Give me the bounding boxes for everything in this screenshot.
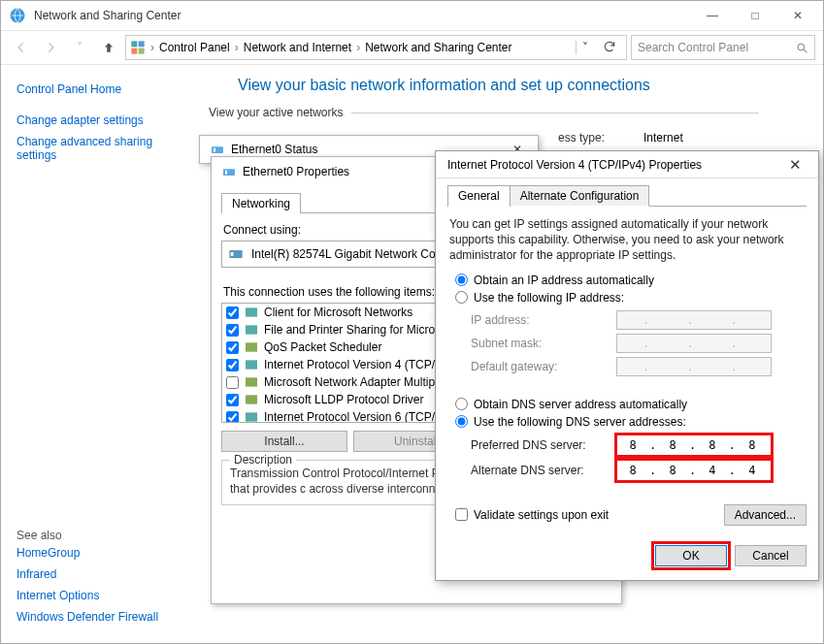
svg-rect-13 [246, 307, 257, 316]
ip-address-label: IP address: [471, 313, 616, 327]
crumb-control-panel[interactable]: Control Panel [159, 41, 230, 54]
adapter-icon [210, 142, 225, 157]
access-type-label: ess type: [558, 131, 605, 145]
svg-rect-7 [212, 146, 223, 153]
install-button[interactable]: Install... [221, 431, 347, 452]
svg-rect-18 [246, 395, 257, 403]
svg-point-5 [798, 44, 805, 50]
radio-dns-manual-label: Use the following DNS server addresses: [474, 415, 686, 429]
svg-rect-15 [246, 342, 257, 351]
gateway-field: . . . [616, 357, 772, 376]
crumb-network-sharing[interactable]: Network and Sharing Center [365, 41, 511, 54]
page-heading: View your basic network information and … [238, 77, 800, 94]
item-checkbox[interactable] [226, 359, 239, 371]
svg-rect-4 [139, 48, 145, 54]
sidebar-seealso-title: See also [16, 529, 181, 542]
item-checkbox[interactable] [226, 341, 239, 354]
svg-rect-1 [131, 41, 137, 47]
network-sharing-center-window: Network and Sharing Center — □ ✕ ˅ › Con… [0, 0, 824, 644]
nic-icon [228, 246, 244, 262]
crumb-network-internet[interactable]: Network and Internet [244, 41, 351, 54]
svg-line-6 [804, 49, 807, 52]
ipv4-close-button[interactable]: ✕ [775, 156, 814, 174]
chevron-right-icon: › [354, 41, 362, 54]
recent-dropdown[interactable]: ˅ [67, 35, 92, 60]
radio-dns-manual[interactable] [455, 415, 468, 428]
svg-rect-17 [246, 377, 257, 386]
gateway-label: Default gateway: [471, 360, 616, 373]
sidebar-defender-firewall[interactable]: Windows Defender Firewall [16, 606, 181, 628]
item-checkbox[interactable] [226, 411, 239, 424]
breadcrumb-path[interactable]: › Control Panel › Network and Internet ›… [125, 35, 627, 60]
pref-dns-label: Preferred DNS server: [471, 438, 616, 452]
sidebar-adapter-settings[interactable]: Change adapter settings [16, 110, 181, 131]
component-icon [244, 409, 259, 423]
svg-rect-10 [225, 171, 227, 175]
radio-ip-auto[interactable] [455, 274, 468, 286]
sidebar-homegroup[interactable]: HomeGroup [16, 542, 181, 564]
ipv4-title: Internet Protocol Version 4 (TCP/IPv4) P… [440, 158, 702, 172]
sidebar-home[interactable]: Control Panel Home [16, 79, 181, 100]
window-title: Network and Sharing Center [34, 9, 691, 22]
svg-rect-19 [246, 412, 257, 421]
chevron-right-icon: › [233, 41, 241, 54]
component-icon [244, 305, 259, 320]
item-checkbox[interactable] [226, 324, 239, 337]
radio-ip-auto-label: Obtain an IP address automatically [474, 274, 654, 287]
svg-rect-16 [246, 360, 257, 369]
sidebar-infrared[interactable]: Infrared [16, 564, 181, 585]
component-icon [244, 374, 259, 390]
chevron-right-icon: › [148, 41, 156, 54]
validate-checkbox[interactable] [455, 508, 468, 521]
sidebar-internet-options[interactable]: Internet Options [16, 585, 181, 606]
ip-address-field: . . . [616, 310, 772, 330]
svg-rect-8 [214, 148, 215, 152]
adapter-icon [221, 164, 237, 179]
control-panel-icon [130, 40, 146, 55]
alt-dns-label: Alternate DNS server: [471, 464, 616, 477]
sidebar-advanced-sharing[interactable]: Change advanced sharing settings [16, 131, 181, 166]
radio-dns-auto-label: Obtain DNS server address automatically [474, 398, 687, 411]
component-icon [244, 392, 259, 407]
tab-alternate-config[interactable]: Alternate Configuration [511, 185, 650, 207]
history-dropdown[interactable]: ˅ [576, 41, 594, 54]
svg-rect-2 [139, 41, 145, 47]
tab-general[interactable]: General [447, 185, 511, 207]
validate-label: Validate settings upon exit [474, 508, 609, 522]
access-type-value: Internet [643, 131, 683, 145]
main-titlebar: Network and Sharing Center — □ ✕ [1, 1, 823, 30]
close-button[interactable]: ✕ [776, 2, 819, 29]
adapter-name: Intel(R) 82574L Gigabit Network Conn [251, 247, 448, 261]
item-checkbox[interactable] [226, 394, 239, 406]
ok-button[interactable]: OK [655, 545, 727, 566]
search-input[interactable]: Search Control Panel [631, 35, 815, 60]
svg-rect-14 [246, 325, 257, 334]
minimize-button[interactable]: — [691, 2, 734, 29]
ethernet-properties-title: Ethernet0 Properties [243, 165, 349, 178]
ipv4-properties-dialog: Internet Protocol Version 4 (TCP/IPv4) P… [435, 150, 819, 581]
tab-networking[interactable]: Networking [221, 193, 301, 213]
up-button[interactable] [96, 35, 121, 60]
pref-dns-field[interactable]: 8 . 8 . 8 . 8 [616, 435, 772, 456]
search-placeholder: Search Control Panel [638, 41, 748, 54]
address-bar: ˅ › Control Panel › Network and Internet… [1, 30, 823, 65]
ipv4-info-text: You can get IP settings assigned automat… [449, 216, 805, 264]
subnet-field: . . . [616, 334, 772, 353]
maximize-button[interactable]: □ [734, 2, 776, 29]
advanced-button[interactable]: Advanced... [724, 504, 807, 526]
search-icon [796, 42, 808, 54]
item-checkbox[interactable] [226, 376, 239, 389]
cancel-button[interactable]: Cancel [735, 545, 807, 566]
component-icon [244, 357, 259, 372]
svg-rect-12 [231, 252, 234, 256]
back-button[interactable] [9, 35, 34, 60]
alt-dns-field[interactable]: 8 . 8 . 4 . 4 [616, 460, 772, 481]
forward-button[interactable] [38, 35, 63, 60]
component-icon [244, 322, 259, 338]
radio-dns-auto[interactable] [455, 398, 468, 410]
description-legend: Description [230, 453, 296, 467]
item-checkbox[interactable] [226, 306, 239, 319]
sidebar: Control Panel Home Change adapter settin… [1, 65, 185, 644]
refresh-button[interactable] [597, 40, 622, 56]
radio-ip-manual[interactable] [455, 291, 468, 304]
